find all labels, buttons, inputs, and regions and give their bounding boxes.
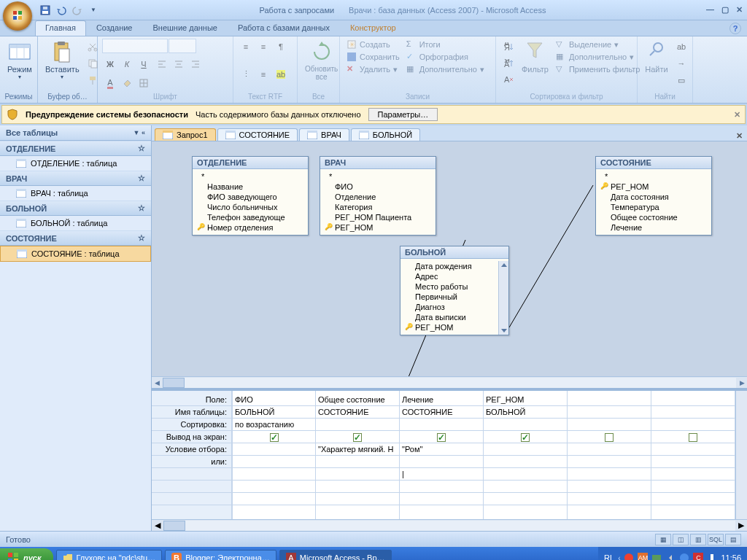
totals-button[interactable]: ΣИтоги <box>404 39 487 50</box>
office-button[interactable] <box>3 1 32 31</box>
grid-col-6[interactable] <box>651 391 735 519</box>
show-checkbox[interactable] <box>605 433 614 442</box>
align-left-icon[interactable] <box>154 56 170 72</box>
query-design-diagram[interactable]: ОТДЕЛЕНИЕ * Название ФИО заведующего Чис… <box>152 141 747 391</box>
highlight-icon[interactable]: ab <box>273 66 289 82</box>
refresh-button[interactable]: Обновить все <box>302 39 341 82</box>
tab-external[interactable]: Внешние данные <box>143 20 228 36</box>
grid-vscrollbar[interactable] <box>735 391 747 519</box>
close-button[interactable]: ✕ <box>736 5 743 15</box>
indent-left-icon[interactable]: ≡ <box>238 39 254 55</box>
tab-home[interactable]: Главная <box>35 20 86 36</box>
filter-button[interactable]: Фильтр <box>519 39 551 75</box>
nav-group-bolnoi[interactable]: БОЛЬНОЙ☆ <box>0 201 151 216</box>
nav-item-sostoyanie[interactable]: СОСТОЯНИЕ : таблица <box>0 246 151 262</box>
clock[interactable]: 11:56 <box>721 553 741 560</box>
tray-icon[interactable] <box>679 553 689 560</box>
fillcolor-icon[interactable] <box>119 75 135 91</box>
italic-icon[interactable]: К <box>119 56 135 72</box>
start-button[interactable]: пуск <box>0 548 53 560</box>
nav-item-vrach[interactable]: ВРАЧ : таблица <box>0 186 151 201</box>
task-item-2[interactable]: BBlogger: Электронна… <box>165 550 276 560</box>
align-right-icon[interactable] <box>187 56 204 72</box>
nav-group-sostoyanie[interactable]: СОСТОЯНИЕ☆ <box>0 230 151 246</box>
nav-header[interactable]: Все таблицы▼ « <box>0 125 151 141</box>
tray-icon[interactable] <box>651 553 662 560</box>
security-close-icon[interactable]: ✕ <box>734 110 740 120</box>
font-combo[interactable] <box>102 39 168 53</box>
spelling-button[interactable]: ✓Орфография <box>404 51 487 63</box>
show-checkbox[interactable] <box>437 433 446 442</box>
nav-item-otdelenie[interactable]: ОТДЕЛЕНИЕ : таблица <box>0 156 151 171</box>
numbering-icon[interactable]: ≡ <box>255 66 271 82</box>
table-box-sostoyanie[interactable]: СОСТОЯНИЕ * 🔑РЕГ_НОМ Дата состояния Темп… <box>595 156 712 236</box>
diagram-hscrollbar[interactable]: ◀▶ <box>152 376 747 388</box>
doc-tab-vrach[interactable]: ВРАЧ <box>299 128 349 141</box>
scrollbar[interactable] <box>498 261 508 335</box>
security-options-button[interactable]: Параметры… <box>368 108 438 121</box>
doc-tab-zapros1[interactable]: Запрос1 <box>155 128 216 141</box>
sort-desc-icon[interactable]: ЯА <box>500 55 516 71</box>
delete-button[interactable]: ✕Удалить ▾ <box>344 63 402 75</box>
find-button[interactable]: Найти <box>642 39 671 75</box>
save-icon[interactable] <box>39 4 51 16</box>
show-checkbox[interactable] <box>689 433 697 442</box>
redo-icon[interactable] <box>71 4 83 16</box>
tray-icon[interactable]: AM <box>638 553 648 560</box>
undo-icon[interactable] <box>55 4 67 16</box>
tray-chevron-icon[interactable]: ‹ <box>618 554 620 561</box>
view-design-icon[interactable]: ▤ <box>725 534 741 545</box>
grid-col-3[interactable]: ЛечениеСОСТОЯНИЕ "Ром"| <box>400 391 484 519</box>
table-box-bolnoi[interactable]: БОЛЬНОЙ Дата рождения Адрес Место работы… <box>400 246 509 335</box>
doc-tab-bolnoi[interactable]: БОЛЬНОЙ <box>351 128 420 141</box>
grid-hscrollbar[interactable]: ◀▶ <box>152 519 747 531</box>
task-item-1[interactable]: Глуховс на "pdc\stu… <box>56 550 163 560</box>
tab-create[interactable]: Создание <box>86 20 143 36</box>
clear-sort-icon[interactable]: А <box>500 72 516 88</box>
doc-tab-close-icon[interactable]: ✕ <box>736 131 743 141</box>
sort-asc-icon[interactable]: АЯ <box>500 39 516 55</box>
goto-icon[interactable]: → <box>673 55 689 71</box>
fontsize-combo[interactable] <box>169 39 196 53</box>
tab-designer[interactable]: Конструктор <box>340 20 406 36</box>
tray-icon[interactable] <box>624 553 634 560</box>
show-checkbox[interactable] <box>521 433 530 442</box>
nav-item-bolnoi[interactable]: БОЛЬНОЙ : таблица <box>0 216 151 230</box>
nav-group-otdelenie[interactable]: ОТДЕЛЕНИЕ☆ <box>0 141 151 156</box>
bold-icon[interactable]: Ж <box>102 56 118 72</box>
underline-icon[interactable]: Ч <box>136 56 152 72</box>
gridlines-icon[interactable] <box>136 75 152 91</box>
paste-button[interactable]: Вставить▾ <box>42 39 82 82</box>
bullets-icon[interactable]: ⋮ <box>238 66 254 82</box>
minimize-button[interactable]: — <box>706 5 714 15</box>
lang-indicator[interactable]: RL <box>604 553 614 560</box>
replace-icon[interactable]: ab <box>673 39 689 55</box>
tray-icon[interactable] <box>707 553 717 560</box>
show-checkbox[interactable] <box>270 433 279 442</box>
grid-col-1[interactable]: ФИОБОЛЬНОЙпо возрастанию <box>232 391 316 519</box>
new-record-button[interactable]: ✳Создать <box>344 39 402 50</box>
indent-right-icon[interactable]: ≡ <box>255 39 271 55</box>
select-icon[interactable]: ▭ <box>673 72 689 88</box>
toggle-filter-button[interactable]: ▽Применить фильтр <box>554 63 643 75</box>
doc-tab-sostoyanie[interactable]: СОСТОЯНИЕ <box>217 128 298 141</box>
show-checkbox[interactable] <box>353 433 362 442</box>
more-button[interactable]: ▦Дополнительно ▾ <box>404 63 487 75</box>
task-item-3[interactable]: AMicrosoft Access - Вр… <box>279 550 392 560</box>
nav-group-vrach[interactable]: ВРАЧ☆ <box>0 171 151 186</box>
view-datasheet-icon[interactable]: ▦ <box>655 534 671 545</box>
tray-icon[interactable] <box>665 553 676 560</box>
tray-icon[interactable]: C <box>693 553 703 560</box>
grid-col-4[interactable]: РЕГ_НОМБОЛЬНОЙ <box>484 391 568 519</box>
tab-dbtools[interactable]: Работа с базами данных <box>228 20 340 36</box>
ltr-icon[interactable]: ¶ <box>273 39 289 55</box>
grid-col-2[interactable]: Общее состояниеСОСТОЯНИЕ "Характер мягки… <box>316 391 400 519</box>
view-button[interactable]: Режим▾ <box>4 39 35 82</box>
table-box-vrach[interactable]: ВРАЧ * ФИО Отделение Категория РЕГ_НОМ П… <box>320 156 436 236</box>
qat-dropdown-icon[interactable]: ▼ <box>88 4 99 16</box>
align-center-icon[interactable] <box>171 56 187 72</box>
view-sql-button[interactable]: SQL <box>708 534 724 545</box>
save-record-button[interactable]: Сохранить <box>344 51 402 63</box>
view-chart-icon[interactable]: ▥ <box>690 534 706 545</box>
fontcolor-icon[interactable]: А <box>102 75 118 91</box>
